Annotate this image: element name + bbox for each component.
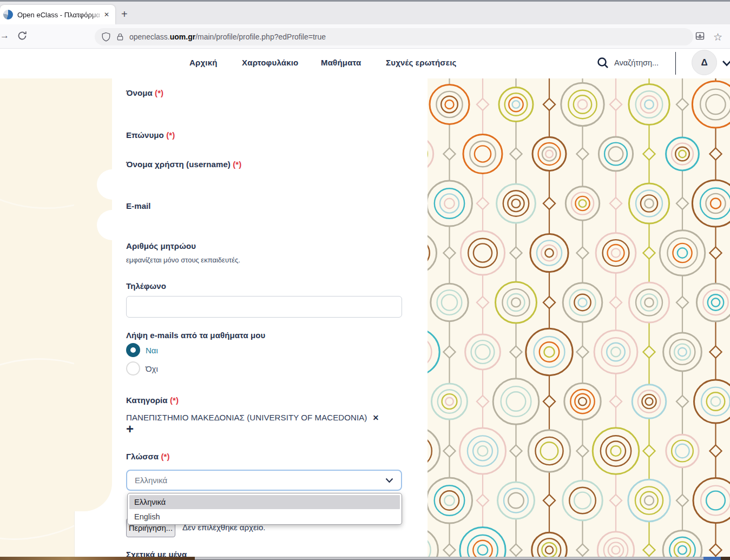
save-page-icon[interactable] xyxy=(694,30,706,44)
category-value: ΠΑΝΕΠΙΣΤΗΜΙΟ ΜΑΚΕΔΟΝΙΑΣ (UNIVERSITY OF M… xyxy=(126,413,379,422)
white-bump-decoration xyxy=(97,210,127,240)
chevron-down-icon[interactable] xyxy=(722,59,730,69)
forward-icon[interactable]: → xyxy=(0,30,9,41)
reload-icon[interactable] xyxy=(16,30,28,44)
url-bar[interactable]: openeclass.uom.gr/main/profile/profile.p… xyxy=(95,28,693,45)
footer-bar-sliver xyxy=(195,557,703,560)
search-icon xyxy=(596,56,609,69)
url-domain: uom.gr xyxy=(170,32,195,41)
required-marker: (*) xyxy=(155,88,163,97)
radio-no-label[interactable]: Όχι xyxy=(146,364,158,373)
radio-no-row[interactable]: Όχι xyxy=(126,361,158,375)
footer-blue-accent xyxy=(703,557,721,560)
required-marker: (*) xyxy=(170,396,179,405)
username-label: Όνομα χρήστη (username) (*) xyxy=(126,160,241,169)
site-header: ΠΑΝΕΠΙΣΤΗΜΙΟ ΜΑΚΕΔΟΝΙΑΣ Αρχική Χαρτοφυλά… xyxy=(0,49,730,78)
chevron-down-icon xyxy=(385,478,393,483)
required-marker: (*) xyxy=(166,130,175,140)
required-marker: (*) xyxy=(161,452,169,461)
url-text: openeclass.uom.gr/main/profile/profile.p… xyxy=(129,32,326,41)
pattern-svg xyxy=(428,78,730,560)
registration-number-help: εμφανίζεται μόνο στους εκπαιδευτές. xyxy=(126,256,240,264)
avatar[interactable]: Δ xyxy=(692,50,717,75)
remove-category-icon[interactable]: ✕ xyxy=(372,413,379,422)
language-option-english[interactable]: English xyxy=(129,510,400,524)
radio-yes-selected[interactable] xyxy=(126,343,140,357)
language-dropdown-popup: Ελληνικά English xyxy=(127,493,402,525)
category-label: Κατηγορία (*) xyxy=(126,396,179,405)
browser-window: Open eClass - Πλατφόρμα Ασύ ✕ + → openec… xyxy=(0,0,730,560)
radio-yes-row[interactable]: Ναι xyxy=(126,343,158,357)
cream-notch-decoration xyxy=(74,78,112,511)
shield-icon[interactable] xyxy=(101,32,111,42)
footer-dark-corner xyxy=(721,557,730,560)
email-label: E-mail xyxy=(126,201,151,210)
radio-yes-label[interactable]: Ναι xyxy=(146,346,158,355)
footer-photo-sliver xyxy=(0,557,195,560)
course-emails-label: Λήψη e-mails από τα μαθήματα μου xyxy=(126,331,265,340)
search-control[interactable]: Αναζήτηση... xyxy=(596,56,659,69)
browser-toolbar: → openeclass.uom.gr/main/profile/profile… xyxy=(0,24,730,49)
new-tab-button[interactable]: + xyxy=(121,8,128,20)
tab-close-icon[interactable]: ✕ xyxy=(104,11,109,18)
add-category-icon[interactable]: + xyxy=(126,424,134,434)
white-bump-decoration xyxy=(97,169,127,200)
required-marker: (*) xyxy=(233,160,241,169)
nav-faq[interactable]: Συχνές ερωτήσεις xyxy=(386,58,457,67)
browser-tab[interactable]: Open eClass - Πλατφόρμα Ασύ ✕ xyxy=(0,5,115,24)
language-select[interactable]: Ελληνικά xyxy=(126,470,402,491)
tab-title: Open eClass - Πλατφόρμα Ασύ xyxy=(17,11,103,19)
language-select-value: Ελληνικά xyxy=(135,476,167,485)
tab-bar: Open eClass - Πλατφόρμα Ασύ ✕ + xyxy=(0,2,730,24)
phone-label: Τηλέφωνο xyxy=(126,281,166,291)
registration-number-label: Αριθμός μητρώου xyxy=(126,241,196,251)
page-content: Όνομα (*) Επώνυμο (*) Όνομα χρήστη (user… xyxy=(0,78,730,560)
wallpaper-panel xyxy=(428,78,730,560)
radio-no-unselected[interactable] xyxy=(126,361,140,375)
language-label: Γλώσσα (*) xyxy=(126,452,170,461)
last-name-label: Επώνυμο (*) xyxy=(126,130,175,140)
search-placeholder: Αναζήτηση... xyxy=(614,58,659,67)
profile-form: Όνομα (*) Επώνυμο (*) Όνομα χρήστη (user… xyxy=(126,78,402,560)
first-name-label: Όνομα (*) xyxy=(126,88,163,97)
nav-courses[interactable]: Μαθήματα xyxy=(321,58,361,67)
eclass-favicon-icon xyxy=(3,10,13,19)
bookmark-star-icon[interactable]: ☆ xyxy=(713,32,722,42)
lock-icon[interactable] xyxy=(116,32,124,42)
phone-input[interactable] xyxy=(126,296,402,318)
header-divider xyxy=(675,52,676,75)
nav-portfolio[interactable]: Χαρτοφυλάκιο xyxy=(242,58,298,67)
nav-home[interactable]: Αρχική xyxy=(189,58,218,67)
language-option-greek[interactable]: Ελληνικά xyxy=(129,495,400,509)
